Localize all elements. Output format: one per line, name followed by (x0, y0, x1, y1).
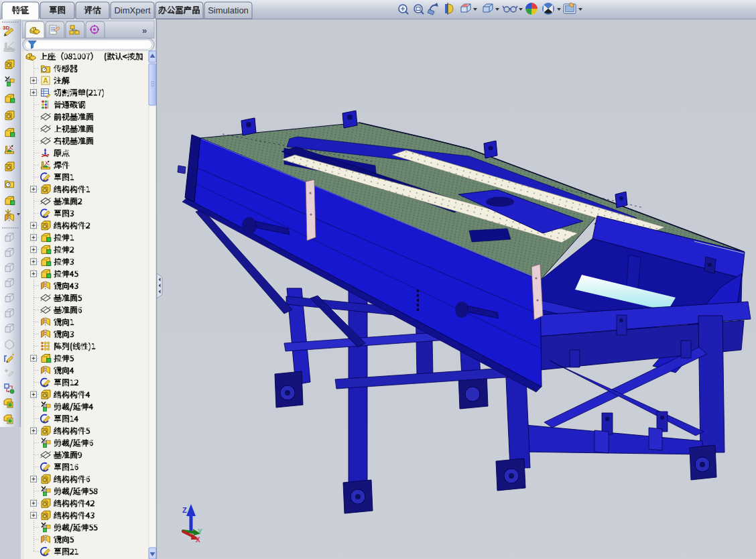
svg-text:X: X (196, 536, 200, 544)
svg-text:Y: Y (198, 528, 202, 536)
svg-text:Simulation: Simulation (208, 5, 249, 15)
svg-text:3D: 3D (3, 25, 9, 31)
svg-text:»: » (142, 25, 147, 36)
svg-text:DimXpert: DimXpert (114, 5, 151, 15)
svg-text:Z: Z (182, 506, 187, 514)
